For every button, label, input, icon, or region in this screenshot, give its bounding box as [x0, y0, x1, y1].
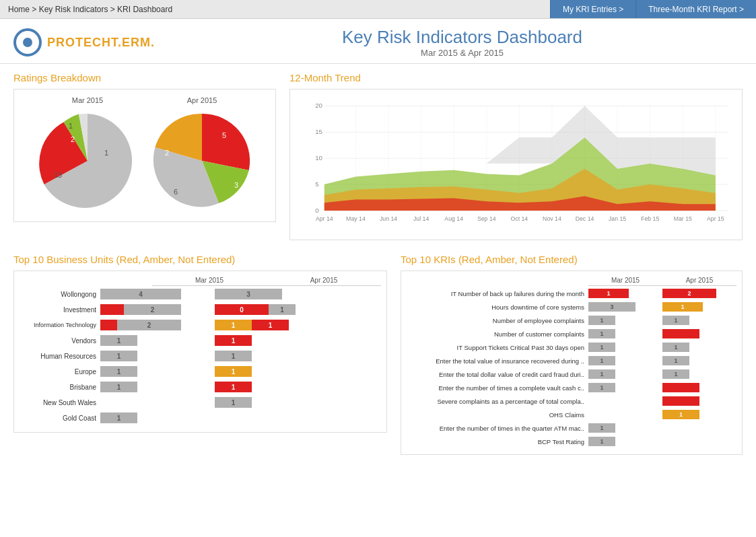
ratings-breakdown-box: Mar 2015 13 2 — [13, 89, 276, 222]
kri-row-8: Enter the number of times a complete vau… — [407, 382, 736, 394]
svg-text:20: 20 — [315, 102, 322, 109]
kri-row-4: Number of customer complaints 1 — [407, 328, 736, 340]
svg-text:Mar 15: Mar 15 — [674, 216, 692, 223]
breadcrumb-text: Home > Key Risk Indicators > KRI Dashboa… — [8, 5, 172, 14]
mar-pie-chart: 13 2 1 1 — [34, 107, 141, 215]
logo-inner — [23, 38, 32, 47]
bu-row-europe: Europe 1 1 — [20, 365, 381, 378]
logo: PROTECHT.ERM. — [13, 28, 155, 57]
top10-kri-title: Top 10 KRIs (Red, Amber, Not Entered) — [401, 254, 743, 265]
top10-bu-title: Top 10 Business Units (Red, Amber, Not E… — [13, 254, 387, 265]
page-subtitle: Mar 2015 & Apr 2015 — [182, 48, 743, 58]
nav-buttons: My KRI Entries > Three-Month KRI Report … — [550, 0, 756, 18]
three-month-report-button[interactable]: Three-Month KRI Report > — [635, 0, 756, 18]
bu-row-goldcoast: Gold Coast 1 — [20, 411, 381, 425]
svg-text:5: 5 — [315, 180, 318, 188]
top10-kri-section: Top 10 KRIs (Red, Amber, Not Entered) Ma… — [401, 254, 743, 455]
svg-text:2: 2 — [165, 149, 169, 157]
kri-row-3: Number of employee complaints 1 1 — [407, 314, 736, 326]
kri-row-2: Hours downtime of core systems 3 1 — [407, 301, 736, 313]
svg-text:6: 6 — [174, 188, 178, 196]
apr-pie-label: Apr 2015 — [187, 96, 217, 104]
ratings-breakdown-section: Ratings Breakdown Mar 2015 — [13, 72, 276, 240]
svg-text:Jul 14: Jul 14 — [413, 216, 429, 223]
breadcrumb: Home > Key Risk Indicators > KRI Dashboa… — [0, 0, 550, 18]
kri-row-7: Enter the total dollar value of credit c… — [407, 368, 736, 380]
bu-row-hr: Human Resources 1 1 — [20, 349, 381, 363]
svg-text:Aug 14: Aug 14 — [444, 216, 463, 223]
svg-text:Apr 14: Apr 14 — [316, 216, 333, 223]
kri-row-5: IT Support Tickets Critical Past 30 days… — [407, 341, 736, 353]
svg-text:May 14: May 14 — [346, 216, 366, 223]
svg-text:Feb 15: Feb 15 — [641, 216, 659, 223]
svg-text:2: 2 — [71, 135, 75, 143]
kri-row-12: BCP Test Rating 1 — [407, 435, 736, 448]
logo-text: PROTECHT.ERM. — [47, 36, 155, 50]
top10-kri-box: Mar 2015 Apr 2015 IT Number of back up f… — [401, 271, 743, 455]
top-row: Ratings Breakdown Mar 2015 — [13, 72, 743, 240]
svg-text:15: 15 — [315, 128, 322, 135]
svg-text:10: 10 — [315, 154, 322, 162]
svg-text:Nov 14: Nov 14 — [543, 216, 561, 223]
svg-text:13: 13 — [54, 171, 62, 179]
top10-bu-section: Top 10 Business Units (Red, Amber, Not E… — [13, 254, 387, 455]
bu-apr-header: Apr 2015 — [267, 277, 381, 286]
svg-text:1: 1 — [104, 149, 108, 157]
kri-row-11: Enter the number of times in the quarter… — [407, 422, 736, 434]
bottom-row: Top 10 Business Units (Red, Amber, Not E… — [13, 254, 743, 455]
bu-row-investment: Investment 2 0 1 — [20, 303, 381, 316]
kri-row-9: Severe complaints as a percentage of tot… — [407, 395, 736, 407]
main-content: Ratings Breakdown Mar 2015 — [0, 64, 756, 463]
top10-bu-box: Mar 2015 Apr 2015 Wollongong 4 3 Investm… — [13, 271, 387, 433]
svg-text:Apr 15: Apr 15 — [707, 216, 724, 223]
apr-pie-chart: 5 3 6 2 — [148, 107, 256, 215]
svg-text:Oct 14: Oct 14 — [510, 216, 528, 223]
bu-row-vendors: Vendors 1 1 — [20, 334, 381, 347]
my-kri-entries-button[interactable]: My KRI Entries > — [550, 0, 635, 18]
svg-text:Sep 14: Sep 14 — [477, 216, 496, 223]
ratings-breakdown-title: Ratings Breakdown — [13, 72, 276, 83]
kri-row-1: IT Number of back up failures during the… — [407, 287, 736, 299]
svg-text:Jan 15: Jan 15 — [609, 216, 626, 223]
mar-pie-label: Mar 2015 — [72, 96, 103, 104]
kri-header: Mar 2015 Apr 2015 — [407, 277, 736, 286]
trend-section: 12-Month Trend 20 15 10 5 0 — [289, 72, 743, 240]
trend-title: 12-Month Trend — [289, 72, 743, 83]
kri-row-6: Enter the total value of insurance recov… — [407, 355, 736, 367]
logo-circle — [13, 28, 42, 57]
bu-mar-header: Mar 2015 — [152, 277, 267, 286]
kri-row-10: OHS Claims 1 — [407, 408, 736, 421]
top-nav: Home > Key Risk Indicators > KRI Dashboa… — [0, 0, 756, 19]
trend-box: 20 15 10 5 0 — [289, 89, 743, 240]
bu-row-brisbane: Brisbane 1 1 — [20, 380, 381, 394]
header-area: PROTECHT.ERM. Key Risk Indicators Dashbo… — [0, 19, 756, 64]
svg-text:Jun 14: Jun 14 — [380, 216, 397, 223]
mar-pie-container: Mar 2015 13 2 — [34, 96, 141, 215]
bu-row-it: Information Technology 2 1 1 — [20, 318, 381, 332]
svg-text:1: 1 — [69, 122, 73, 130]
bu-row-nsw: New South Wales 1 — [20, 396, 381, 409]
svg-text:5: 5 — [222, 131, 226, 139]
pie-row: Mar 2015 13 2 — [21, 96, 269, 215]
page-title-area: Key Risk Indicators Dashboard Mar 2015 &… — [182, 27, 743, 58]
svg-text:Dec 14: Dec 14 — [576, 216, 594, 223]
trend-chart: 20 15 10 5 0 — [297, 96, 735, 231]
svg-text:0: 0 — [315, 207, 319, 214]
page-title: Key Risk Indicators Dashboard — [182, 27, 743, 48]
apr-pie-container: Apr 2015 5 3 — [148, 96, 256, 215]
svg-text:3: 3 — [234, 181, 238, 189]
bu-row-wollongong: Wollongong 4 3 — [20, 287, 381, 301]
bu-header: Mar 2015 Apr 2015 — [100, 277, 381, 286]
